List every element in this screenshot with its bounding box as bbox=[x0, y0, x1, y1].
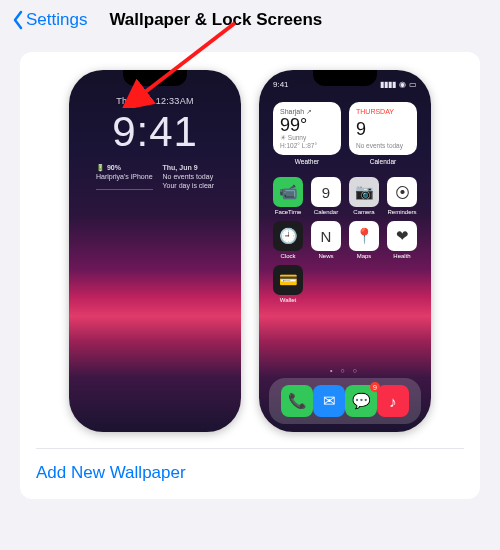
lock-battery-box: 🔋 90% Haripriya's iPhone bbox=[96, 164, 153, 190]
app-icon: ❤ bbox=[387, 221, 417, 251]
dock-app-1: ✉ bbox=[313, 385, 345, 417]
app-icon: 💳 bbox=[273, 265, 303, 295]
lock-info-row: 🔋 90% Haripriya's iPhone Thu, Jun 9 No e… bbox=[69, 164, 241, 190]
back-label: Settings bbox=[26, 10, 87, 30]
weather-widget: Sharjah ↗ 99° ☀ Sunny H:102° L:87° Weath… bbox=[273, 102, 341, 165]
status-time: 9:41 bbox=[273, 80, 289, 89]
home-screen-preview[interactable]: 9:41 ▮▮▮▮ ◉ ▭ Sharjah ↗ 99° ☀ Sunny H:10… bbox=[259, 70, 431, 432]
dock-app-0: 📞 bbox=[281, 385, 313, 417]
app-camera: 📷Camera bbox=[349, 177, 379, 215]
signal-icon: ▮▮▮▮ bbox=[380, 80, 396, 89]
battery-icon: ▭ bbox=[409, 80, 417, 89]
wallpaper-card: Thu 9 ⦿ 12:33AM 9:41 🔋 90% Haripriya's i… bbox=[20, 52, 480, 499]
app-clock: 🕘Clock bbox=[273, 221, 303, 259]
app-icon: 📍 bbox=[349, 221, 379, 251]
app-label: Maps bbox=[357, 253, 372, 259]
notch bbox=[123, 70, 187, 86]
app-news: NNews bbox=[311, 221, 341, 259]
app-label: Reminders bbox=[387, 209, 416, 215]
app-label: Clock bbox=[280, 253, 295, 259]
app-calendar: 9Calendar bbox=[311, 177, 341, 215]
app-icon: 📷 bbox=[349, 177, 379, 207]
app-label: FaceTime bbox=[275, 209, 301, 215]
lock-calendar-box: Thu, Jun 9 No events today Your day is c… bbox=[163, 164, 215, 190]
page-title: Wallpaper & Lock Screens bbox=[109, 10, 322, 30]
app-icon: 9 bbox=[311, 177, 341, 207]
wifi-icon: ◉ bbox=[399, 80, 406, 89]
dock-app-3: ♪ bbox=[377, 385, 409, 417]
app-facetime: 📹FaceTime bbox=[273, 177, 303, 215]
nav-bar: Settings Wallpaper & Lock Screens bbox=[0, 0, 500, 38]
preview-row: Thu 9 ⦿ 12:33AM 9:41 🔋 90% Haripriya's i… bbox=[20, 70, 480, 448]
add-wallpaper-button[interactable]: Add New Wallpaper bbox=[20, 449, 480, 499]
app-label: Health bbox=[393, 253, 410, 259]
status-icons: ▮▮▮▮ ◉ ▭ bbox=[380, 80, 417, 89]
notch bbox=[313, 70, 377, 86]
lock-clock: 9:41 bbox=[69, 108, 241, 156]
back-button[interactable]: Settings bbox=[12, 10, 87, 30]
page-dots: • ○ ○ bbox=[259, 367, 431, 378]
app-wallet: 💳Wallet bbox=[273, 265, 303, 303]
dock-app-2: 💬9 bbox=[345, 385, 377, 417]
app-grid: 📹FaceTime9Calendar📷Camera⦿Reminders🕘Cloc… bbox=[259, 169, 431, 303]
app-icon: ⦿ bbox=[387, 177, 417, 207]
app-reminders: ⦿Reminders bbox=[387, 177, 417, 215]
app-label: Wallet bbox=[280, 297, 296, 303]
app-maps: 📍Maps bbox=[349, 221, 379, 259]
dock-app-icon: ♪ bbox=[377, 385, 409, 417]
app-label: Calendar bbox=[314, 209, 338, 215]
app-label: News bbox=[318, 253, 333, 259]
app-health: ❤Health bbox=[387, 221, 417, 259]
app-icon: 📹 bbox=[273, 177, 303, 207]
lock-date-line: Thu 9 ⦿ 12:33AM bbox=[69, 96, 241, 106]
dock-app-icon: ✉ bbox=[313, 385, 345, 417]
dock-app-icon: 📞 bbox=[281, 385, 313, 417]
widgets-row: Sharjah ↗ 99° ☀ Sunny H:102° L:87° Weath… bbox=[259, 92, 431, 169]
app-label: Camera bbox=[353, 209, 374, 215]
app-icon: N bbox=[311, 221, 341, 251]
chevron-left-icon bbox=[12, 10, 24, 30]
dock: 📞✉💬9♪ bbox=[269, 378, 421, 424]
calendar-widget: THURSDAY 9 No events today Calendar bbox=[349, 102, 417, 165]
app-icon: 🕘 bbox=[273, 221, 303, 251]
lock-screen-preview[interactable]: Thu 9 ⦿ 12:33AM 9:41 🔋 90% Haripriya's i… bbox=[69, 70, 241, 432]
